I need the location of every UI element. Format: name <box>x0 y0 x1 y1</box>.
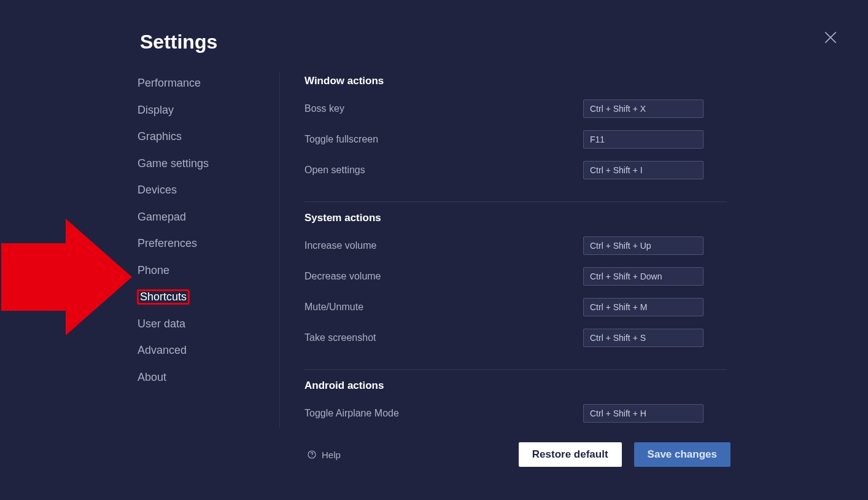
shortcut-input[interactable] <box>583 161 703 179</box>
settings-content: Window actionsBoss keyToggle fullscreenO… <box>280 71 727 428</box>
section-window-actions: Window actionsBoss keyToggle fullscreenO… <box>304 71 727 202</box>
shortcut-label: Increase volume <box>304 240 376 251</box>
shortcut-input[interactable] <box>583 298 703 316</box>
shortcut-row: Increase volume <box>304 236 703 255</box>
svg-point-3 <box>311 456 312 457</box>
shortcut-input[interactable] <box>583 236 703 255</box>
sidebar-item-phone[interactable]: Phone <box>138 259 272 283</box>
shortcut-label: Mute/Unmute <box>304 302 363 313</box>
shortcut-label: Decrease volume <box>304 271 381 282</box>
sidebar-item-graphics[interactable]: Graphics <box>138 125 272 149</box>
shortcut-row: Toggle fullscreen <box>304 130 703 149</box>
svg-marker-4 <box>1 219 132 335</box>
sidebar-item-shortcuts[interactable]: Shortcuts <box>138 285 272 309</box>
section-title: System actions <box>304 208 727 224</box>
section-title: Android actions <box>304 376 727 392</box>
section-system-actions: System actionsIncrease volumeDecrease vo… <box>304 208 727 370</box>
shortcut-row: Mute/Unmute <box>304 298 703 316</box>
sidebar-item-devices[interactable]: Devices <box>138 178 272 202</box>
section-android-actions: Android actionsToggle Airplane ModeHome <box>304 376 727 428</box>
sidebar-item-performance[interactable]: Performance <box>138 71 272 95</box>
shortcut-label: Toggle Airplane Mode <box>304 408 399 419</box>
sidebar-item-advanced[interactable]: Advanced <box>138 338 272 362</box>
close-icon <box>823 29 839 45</box>
save-changes-button[interactable]: Save changes <box>634 442 730 467</box>
sidebar-item-user-data[interactable]: User data <box>138 312 272 336</box>
shortcut-row: Toggle Airplane Mode <box>304 404 703 423</box>
shortcut-row: Decrease volume <box>304 267 703 286</box>
settings-sidebar: PerformanceDisplayGraphicsGame settingsD… <box>138 71 280 428</box>
shortcut-input[interactable] <box>583 100 703 118</box>
sidebar-item-display[interactable]: Display <box>138 98 272 122</box>
shortcut-input[interactable] <box>583 130 703 149</box>
help-icon <box>307 450 317 459</box>
close-button[interactable] <box>823 29 839 45</box>
restore-default-button[interactable]: Restore default <box>519 442 622 467</box>
sidebar-item-gamepad[interactable]: Gamepad <box>138 205 272 229</box>
shortcut-row: Open settings <box>304 161 703 179</box>
shortcut-row: Boss key <box>304 100 703 118</box>
sidebar-item-game-settings[interactable]: Game settings <box>138 152 272 176</box>
sidebar-item-label: Shortcuts <box>138 290 189 304</box>
help-link[interactable]: Help <box>307 450 341 460</box>
sidebar-item-about[interactable]: About <box>138 365 272 389</box>
section-title: Window actions <box>304 71 727 87</box>
page-title: Settings <box>140 31 217 53</box>
shortcut-row: Take screenshot <box>304 329 703 347</box>
shortcut-label: Toggle fullscreen <box>304 134 378 145</box>
shortcut-input[interactable] <box>583 329 703 347</box>
shortcut-label: Open settings <box>304 165 365 176</box>
help-label: Help <box>322 450 341 460</box>
sidebar-item-preferences[interactable]: Preferences <box>138 232 272 256</box>
shortcut-input[interactable] <box>583 404 703 423</box>
shortcut-label: Boss key <box>304 103 344 114</box>
instruction-arrow-icon <box>1 219 136 335</box>
shortcut-label: Take screenshot <box>304 332 376 343</box>
shortcut-input[interactable] <box>583 267 703 286</box>
